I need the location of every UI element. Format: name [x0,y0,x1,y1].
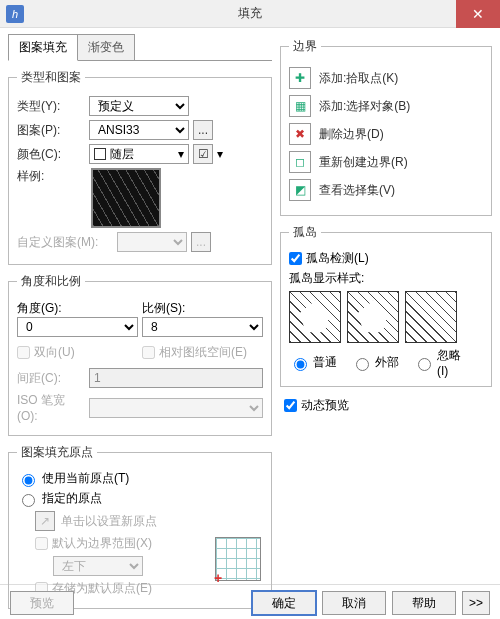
label-sample: 样例: [17,168,85,185]
chevron-down-icon: ▾ [217,147,223,161]
group-type-pattern: 类型和图案 类型(Y): 预定义 图案(P): ANSI33 ... 颜色(C)… [8,69,272,265]
cb-dynamic-preview[interactable] [284,399,297,412]
btn-delete-boundary[interactable]: ✖删除边界(D) [289,123,483,145]
tab-gradient[interactable]: 渐变色 [77,34,135,60]
cb-double [17,346,30,359]
label-iso-pen: ISO 笔宽(O): [17,392,85,423]
btn-add-select[interactable]: ▦添加:选择对象(B) [289,95,483,117]
set-origin-icon: ↗ [35,511,55,531]
select-pattern[interactable]: ANSI33 [89,120,189,140]
close-button[interactable]: ✕ [456,0,500,28]
tab-hatch[interactable]: 图案填充 [8,34,78,61]
island-tile-outer[interactable] [347,291,399,343]
view-selection-icon: ◩ [289,179,311,201]
legend-angle-scale: 角度和比例 [17,273,85,290]
tab-bar: 图案填充 渐变色 [8,34,272,61]
preview-button[interactable]: 预览 [10,591,74,615]
island-tile-normal[interactable] [289,291,341,343]
select-color[interactable]: 随层 ▾ [89,144,189,164]
pattern-browse-button[interactable]: ... [193,120,213,140]
island-tile-ignore[interactable] [405,291,457,343]
app-icon: h [6,5,24,23]
label-angle: 角度(G): [17,300,138,317]
label-scale: 比例(S): [142,300,263,317]
sample-preview[interactable] [91,168,161,228]
select-origin-corner: 左下 [53,556,143,576]
cb-paperspace [142,346,155,359]
help-button[interactable]: 帮助 [392,591,456,615]
legend-type-pattern: 类型和图案 [17,69,85,86]
pick-point-icon: ✚ [289,67,311,89]
label-click-set-origin: 单击以设置新原点 [61,513,157,530]
legend-islands: 孤岛 [289,224,321,241]
select-angle[interactable]: 0 [17,317,138,337]
group-origin: 图案填充原点 使用当前原点(T) 指定的原点 ↗ 单击以设置新原点 默认为边界范… [8,444,272,609]
label-custom-pattern: 自定义图案(M): [17,234,113,251]
legend-boundary: 边界 [289,38,321,55]
btn-recreate-boundary[interactable]: ◻重新创建边界(R) [289,151,483,173]
cancel-button[interactable]: 取消 [322,591,386,615]
delete-icon: ✖ [289,123,311,145]
select-custom-pattern [117,232,187,252]
legend-origin: 图案填充原点 [17,444,97,461]
color-value: 随层 [110,146,134,163]
expand-button[interactable]: >> [462,591,490,615]
select-iso-pen [89,398,263,418]
label-pattern: 图案(P): [17,122,85,139]
select-type[interactable]: 预定义 [89,96,189,116]
btn-add-pick[interactable]: ✚添加:拾取点(K) [289,67,483,89]
label-spacing: 间距(C): [17,370,85,387]
radio-specified-origin[interactable] [22,494,35,507]
label-type: 类型(Y): [17,98,85,115]
label-island-style: 孤岛显示样式: [289,270,483,287]
color-secondary-button[interactable]: ☑ [193,144,213,164]
group-boundary: 边界 ✚添加:拾取点(K) ▦添加:选择对象(B) ✖删除边界(D) ◻重新创建… [280,38,492,216]
radio-island-ignore[interactable] [418,358,431,371]
chevron-down-icon: ▾ [178,147,184,161]
select-object-icon: ▦ [289,95,311,117]
radio-island-outer[interactable] [356,358,369,371]
group-islands: 孤岛 孤岛检测(L) 孤岛显示样式: 普通 外部 忽略(I) [280,224,492,387]
ok-button[interactable]: 确定 [252,591,316,615]
radio-island-normal[interactable] [294,358,307,371]
select-scale[interactable]: 8 [142,317,263,337]
group-angle-scale: 角度和比例 角度(G): 0 比例(S): 8 双向(U) 相对图纸空间(E) … [8,273,272,436]
origin-preview [215,537,261,581]
cb-island-detect[interactable] [289,252,302,265]
btn-view-selection[interactable]: ◩查看选择集(V) [289,179,483,201]
recreate-icon: ◻ [289,151,311,173]
label-color: 颜色(C): [17,146,85,163]
color-swatch-icon [94,148,106,160]
custom-browse-button: ... [191,232,211,252]
input-spacing [89,368,263,388]
window-title: 填充 [238,5,262,22]
radio-use-current-origin[interactable] [22,474,35,487]
cb-default-bound [35,537,48,550]
